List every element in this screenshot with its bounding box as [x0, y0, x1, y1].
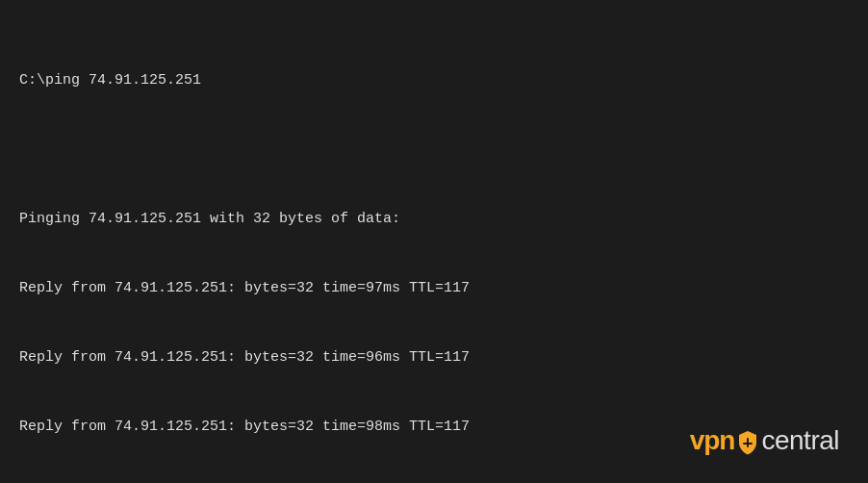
brand-vpn-text: vpn	[690, 425, 735, 456]
command-line: C:\ping 74.91.125.251	[19, 69, 849, 92]
reply-line-1: Reply from 74.91.125.251: bytes=32 time=…	[19, 277, 849, 300]
brand-watermark: vpn central	[690, 425, 839, 456]
svg-rect-1	[743, 443, 753, 445]
brand-central-text: central	[761, 425, 839, 456]
terminal-output: C:\ping 74.91.125.251 Pinging 74.91.125.…	[19, 23, 849, 483]
reply-line-2: Reply from 74.91.125.251: bytes=32 time=…	[19, 346, 849, 369]
ping-init-line: Pinging 74.91.125.251 with 32 bytes of d…	[19, 208, 849, 231]
shield-icon	[737, 430, 758, 455]
terminal-window: C:\ping 74.91.125.251 Pinging 74.91.125.…	[0, 0, 868, 483]
empty-line-1	[19, 139, 849, 162]
